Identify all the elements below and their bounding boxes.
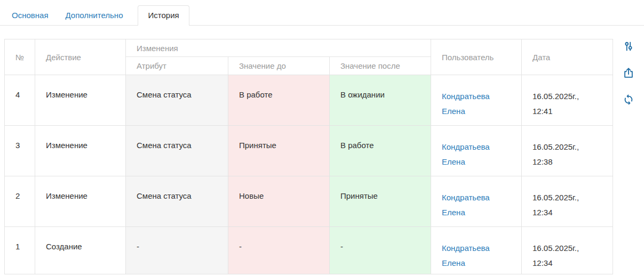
- cell-value-before: -: [228, 227, 330, 274]
- export-button[interactable]: [622, 67, 635, 79]
- header-date: Дата: [522, 39, 613, 75]
- date-line: 16.05.2025г.,: [532, 241, 605, 256]
- cell-value-after: -: [330, 227, 431, 274]
- date-line: 12:34: [532, 205, 605, 220]
- history-page: Основная Дополнительно История № Действи…: [0, 0, 644, 276]
- table-row: 2ИзменениеСмена статусаНовыеПринятыеКонд…: [5, 176, 613, 227]
- header-value-after: Значение после: [330, 57, 431, 75]
- date-line: 12:41: [532, 104, 605, 119]
- cell-action: Создание: [35, 227, 126, 274]
- user-link-line: Кондратьева: [442, 89, 514, 104]
- user-link-line: Елена: [442, 104, 514, 119]
- cell-value-after: В ожидании: [330, 75, 431, 126]
- main-content: № Действие Изменения Пользователь Дата А…: [4, 39, 644, 274]
- cell-user: КондратьеваЕлена: [431, 227, 522, 274]
- tab-history[interactable]: История: [138, 5, 189, 26]
- cell-date: 16.05.2025г.,12:41: [522, 75, 613, 126]
- cell-date: 16.05.2025г.,12:38: [522, 126, 613, 176]
- cell-date: 16.05.2025г.,12:34: [522, 227, 613, 274]
- cell-value-after: Принятые: [330, 176, 431, 227]
- cell-attribute: Смена статуса: [126, 176, 228, 227]
- date-line: 16.05.2025г.,: [532, 89, 605, 104]
- table-row: 1Создание---КондратьеваЕлена16.05.2025г.…: [5, 227, 613, 274]
- user-link-line: Кондратьева: [442, 140, 514, 155]
- refresh-button[interactable]: [622, 93, 635, 106]
- user-link[interactable]: КондратьеваЕлена: [442, 190, 514, 220]
- tab-bar: Основная Дополнительно История: [0, 0, 644, 26]
- date-line: 12:34: [532, 256, 605, 271]
- user-link[interactable]: КондратьеваЕлена: [442, 241, 514, 271]
- cell-attribute: Смена статуса: [126, 75, 228, 126]
- date-line: 12:38: [532, 155, 605, 169]
- user-link-line: Кондратьева: [442, 241, 514, 256]
- cell-action: Изменение: [35, 176, 126, 227]
- table-row: 3ИзменениеСмена статусаПринятыеВ работеК…: [5, 126, 613, 176]
- cell-num: 1: [5, 227, 35, 274]
- cell-action: Изменение: [35, 126, 126, 176]
- table-row: 4ИзменениеСмена статусаВ работеВ ожидани…: [5, 75, 613, 126]
- filter-icon: [623, 40, 634, 52]
- history-table-body: 4ИзменениеСмена статусаВ работеВ ожидани…: [5, 75, 613, 274]
- cell-action: Изменение: [35, 75, 126, 126]
- user-link[interactable]: КондратьеваЕлена: [442, 140, 514, 169]
- cell-user: КондратьеваЕлена: [431, 126, 522, 176]
- user-link-line: Елена: [442, 155, 514, 169]
- header-changes-group: Изменения: [126, 39, 431, 57]
- cell-user: КондратьеваЕлена: [431, 75, 522, 126]
- refresh-icon: [623, 94, 634, 105]
- cell-num: 2: [5, 176, 35, 227]
- history-table: № Действие Изменения Пользователь Дата А…: [4, 39, 613, 274]
- cell-value-before: Новые: [228, 176, 330, 227]
- filter-button[interactable]: [622, 40, 635, 53]
- export-icon: [623, 67, 634, 79]
- header-user: Пользователь: [431, 39, 522, 75]
- user-link-line: Елена: [442, 205, 514, 220]
- history-table-header: № Действие Изменения Пользователь Дата А…: [5, 39, 613, 75]
- tab-additional[interactable]: Дополнительно: [57, 5, 132, 25]
- user-link[interactable]: КондратьеваЕлена: [442, 89, 514, 119]
- cell-attribute: -: [126, 227, 228, 274]
- date-line: 16.05.2025г.,: [532, 190, 605, 205]
- header-num: №: [5, 39, 35, 75]
- date-line: 16.05.2025г.,: [532, 140, 605, 155]
- tab-main[interactable]: Основная: [3, 5, 57, 25]
- cell-value-before: Принятые: [228, 126, 330, 176]
- table-toolbar: [613, 39, 644, 274]
- user-link-line: Кондратьева: [442, 190, 514, 205]
- cell-value-after: В работе: [330, 126, 431, 176]
- cell-user: КондратьеваЕлена: [431, 176, 522, 227]
- header-action: Действие: [35, 39, 126, 75]
- cell-num: 4: [5, 75, 35, 126]
- user-link-line: Елена: [442, 256, 514, 271]
- header-attribute: Атрибут: [126, 57, 228, 75]
- cell-attribute: Смена статуса: [126, 126, 228, 176]
- cell-date: 16.05.2025г.,12:34: [522, 176, 613, 227]
- cell-num: 3: [5, 126, 35, 176]
- cell-value-before: В работе: [228, 75, 330, 126]
- header-value-before: Значение до: [228, 57, 330, 75]
